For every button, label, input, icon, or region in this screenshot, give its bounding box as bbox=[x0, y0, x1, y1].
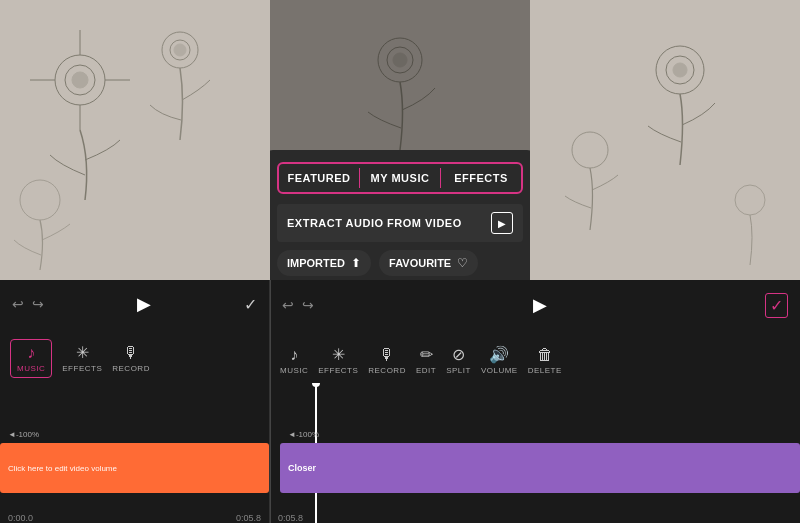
split-icon-right: ⊘ bbox=[452, 345, 465, 364]
record-icon-left: 🎙 bbox=[123, 344, 139, 362]
undo-redo-left: ↩ ↪ bbox=[12, 296, 44, 312]
track-label-right: Closer bbox=[288, 463, 316, 473]
toolbar-record-right[interactable]: 🎙 RECORD bbox=[368, 346, 406, 375]
music-icon-right: ♪ bbox=[290, 346, 298, 364]
left-toolbar-icons-row: ♪ MUSIC ✳ EFFECTS 🎙 RECORD bbox=[0, 328, 269, 388]
time-start-right: 0:05.8 bbox=[278, 513, 303, 523]
toolbar-record-left[interactable]: 🎙 RECORD bbox=[112, 344, 150, 373]
record-label-right: RECORD bbox=[368, 366, 406, 375]
track-percent-left: ◄-100% bbox=[8, 430, 39, 439]
extract-audio-play-icon[interactable]: ▶ bbox=[491, 212, 513, 234]
heart-icon: ♡ bbox=[457, 256, 468, 270]
edit-icon-right: ✏ bbox=[420, 345, 433, 364]
imported-button[interactable]: IMPORTED ⬆ bbox=[277, 250, 371, 276]
undo-button-right[interactable]: ↩ bbox=[282, 297, 294, 313]
tab-my-music[interactable]: MY MUSIC bbox=[360, 164, 440, 192]
edit-label-right: EDIT bbox=[416, 366, 436, 375]
popup-panel: FEATURED MY MUSIC EFFECTS EXTRACT AUDIO … bbox=[270, 150, 530, 280]
svg-point-21 bbox=[673, 63, 687, 77]
toolbar-split-right[interactable]: ⊘ SPLIT bbox=[446, 345, 471, 375]
right-toolbar-icons-row: ♪ MUSIC ✳ EFFECTS 🎙 RECORD ✏ EDIT ⊘ SPLI… bbox=[270, 330, 800, 390]
timeline-left: Click here to edit video volume ◄-100% 0… bbox=[0, 383, 269, 523]
split-label-right: SPLIT bbox=[446, 366, 471, 375]
bottom-area: ↩ ↪ ▶ ✓ ♪ MUSIC ✳ EFFECTS 🎙 RECORD bbox=[0, 280, 800, 523]
delete-icon-right: 🗑 bbox=[537, 346, 553, 364]
favourite-button[interactable]: FAVOURITE ♡ bbox=[379, 250, 478, 276]
svg-point-7 bbox=[72, 72, 88, 88]
timeline-right: Closer ◄-100% 0:05.8 bbox=[270, 383, 800, 523]
time-start-left: 0:00.0 bbox=[8, 513, 33, 523]
delete-label-right: DELETE bbox=[528, 366, 562, 375]
redo-button-left[interactable]: ↪ bbox=[32, 296, 44, 312]
toolbar-edit-right[interactable]: ✏ EDIT bbox=[416, 345, 436, 375]
toolbar-music-right[interactable]: ♪ MUSIC bbox=[280, 346, 308, 375]
filter-row: IMPORTED ⬆ FAVOURITE ♡ bbox=[277, 250, 523, 276]
check-button-left[interactable]: ✓ bbox=[244, 295, 257, 314]
toolbar-music-left[interactable]: ♪ MUSIC bbox=[10, 339, 52, 378]
video-track-right[interactable]: Closer bbox=[280, 443, 800, 493]
music-label-left: MUSIC bbox=[17, 364, 45, 373]
record-icon-right: 🎙 bbox=[379, 346, 395, 364]
play-button-left[interactable]: ▶ bbox=[137, 293, 151, 315]
right-toolbar: ↩ ↪ ▶ ✓ ♪ MUSIC ✳ EFFECTS 🎙 RECORD ✏ EDI… bbox=[270, 280, 800, 523]
svg-rect-0 bbox=[0, 0, 270, 280]
tab-featured[interactable]: FEATURED bbox=[279, 164, 359, 192]
import-icon: ⬆ bbox=[351, 256, 361, 270]
tabs-row[interactable]: FEATURED MY MUSIC EFFECTS bbox=[277, 162, 523, 194]
imported-label: IMPORTED bbox=[287, 257, 345, 269]
track-percent-right: ◄-100% bbox=[288, 430, 319, 439]
effects-icon-left: ✳ bbox=[76, 343, 89, 362]
video-panel-center: FEATURED MY MUSIC EFFECTS EXTRACT AUDIO … bbox=[270, 0, 530, 280]
effects-label-left: EFFECTS bbox=[62, 364, 102, 373]
left-toolbar: ↩ ↪ ▶ ✓ ♪ MUSIC ✳ EFFECTS 🎙 RECORD bbox=[0, 280, 270, 523]
music-label-right: MUSIC bbox=[280, 366, 308, 375]
playhead-dot bbox=[312, 383, 320, 387]
svg-rect-18 bbox=[530, 0, 800, 280]
svg-point-10 bbox=[174, 44, 186, 56]
video-track-left[interactable]: Click here to edit video volume bbox=[0, 443, 269, 493]
volume-icon-right: 🔊 bbox=[489, 345, 509, 364]
toolbar-delete-right[interactable]: 🗑 DELETE bbox=[528, 346, 562, 375]
play-button-right[interactable]: ▶ bbox=[533, 294, 547, 316]
music-icon-left: ♪ bbox=[27, 344, 35, 362]
check-button-right[interactable]: ✓ bbox=[765, 293, 788, 318]
toolbar-effects-left[interactable]: ✳ EFFECTS bbox=[62, 343, 102, 373]
favourite-label: FAVOURITE bbox=[389, 257, 451, 269]
record-label-left: RECORD bbox=[112, 364, 150, 373]
time-end-left: 0:05.8 bbox=[236, 513, 261, 523]
extract-audio-label: EXTRACT AUDIO FROM VIDEO bbox=[287, 217, 462, 229]
effects-icon-right: ✳ bbox=[332, 345, 345, 364]
right-nav-row: ↩ ↪ ▶ ✓ bbox=[270, 280, 800, 330]
undo-redo-right: ↩ ↪ bbox=[282, 297, 314, 313]
redo-button-right[interactable]: ↪ bbox=[302, 297, 314, 313]
extract-audio-row[interactable]: EXTRACT AUDIO FROM VIDEO ▶ bbox=[277, 204, 523, 242]
click-edit-left: Click here to edit video volume bbox=[8, 464, 117, 473]
video-area: FEATURED MY MUSIC EFFECTS EXTRACT AUDIO … bbox=[0, 0, 800, 280]
undo-button-left[interactable]: ↩ bbox=[12, 296, 24, 312]
left-nav-row: ↩ ↪ ▶ ✓ bbox=[0, 280, 269, 328]
tab-effects[interactable]: EFFECTS bbox=[441, 164, 521, 192]
center-divider bbox=[270, 280, 271, 523]
toolbar-effects-right[interactable]: ✳ EFFECTS bbox=[318, 345, 358, 375]
video-panel-left bbox=[0, 0, 270, 280]
toolbar-volume-right[interactable]: 🔊 VOLUME bbox=[481, 345, 518, 375]
volume-label-right: VOLUME bbox=[481, 366, 518, 375]
effects-label-right: EFFECTS bbox=[318, 366, 358, 375]
video-panel-right bbox=[530, 0, 800, 280]
